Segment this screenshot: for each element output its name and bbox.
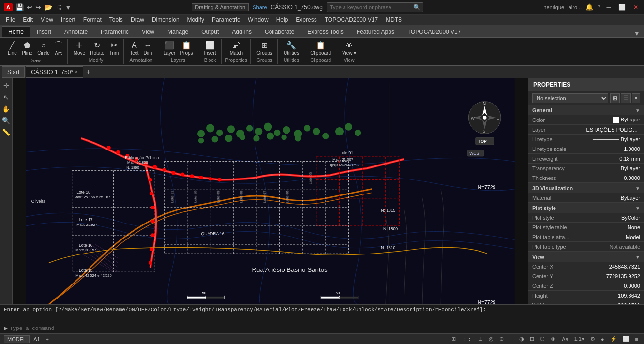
menu-express[interactable]: Express: [292, 15, 320, 24]
layout-a1[interactable]: A1: [33, 336, 40, 342]
menu-help[interactable]: Help: [272, 15, 292, 24]
match-prop-btn[interactable]: 🖌Match: [228, 40, 245, 57]
save-icon[interactable]: 💾: [15, 3, 24, 11]
print-icon[interactable]: 🖨: [55, 3, 62, 11]
menu-insert[interactable]: Insert: [57, 15, 79, 24]
prop-icon-3[interactable]: ×: [632, 93, 640, 103]
utilities-btn[interactable]: 🔧Utilities: [282, 40, 301, 57]
menu-draw[interactable]: Draw: [127, 15, 148, 24]
groups-btn[interactable]: ⊞Groups: [255, 40, 274, 57]
tab-insert[interactable]: Insert: [30, 26, 58, 37]
tab-output[interactable]: Output: [195, 26, 225, 37]
snap-btn[interactable]: ⊞: [449, 335, 458, 343]
notification-icon[interactable]: 🔔: [585, 3, 593, 11]
isolate-btn[interactable]: ●: [599, 335, 606, 343]
tab-parametric[interactable]: Parametric: [94, 26, 135, 37]
close-tab-icon[interactable]: ×: [75, 69, 78, 75]
layer-props-btn[interactable]: 📋Props: [178, 40, 195, 57]
linetype-scale-value: 1.0000: [586, 146, 641, 152]
osnap-btn[interactable]: ⊙: [497, 335, 506, 343]
arc-btn[interactable]: ⌒Arc: [53, 39, 64, 57]
polar-btn[interactable]: ◎: [487, 335, 495, 343]
minimize-btn[interactable]: ─: [604, 4, 613, 11]
3d-section-header[interactable]: 3D Visualization ▼: [528, 183, 644, 193]
menu-mdt8[interactable]: MDT8: [382, 15, 405, 24]
user-account[interactable]: henrique_jairo...: [543, 4, 582, 10]
menu-window[interactable]: Window: [244, 15, 272, 24]
prop-icon-1[interactable]: ⊞: [610, 93, 620, 103]
annotation-scale-btn[interactable]: 1:1▾: [572, 335, 586, 343]
help-icon[interactable]: ?: [597, 3, 600, 11]
command-input[interactable]: [10, 326, 642, 331]
polyline-btn[interactable]: ⬟Pline: [20, 40, 34, 57]
restore-btn[interactable]: ⬜: [616, 4, 628, 11]
tab-topocad[interactable]: TOPOCAD2000 V17: [401, 26, 467, 37]
hardware-accel-btn[interactable]: ⚡: [608, 335, 619, 343]
tab-home[interactable]: Home: [2, 26, 30, 37]
zoom-tool[interactable]: 🔍: [1, 115, 12, 126]
redo-icon[interactable]: ↪: [35, 3, 41, 11]
open-icon[interactable]: 📂: [44, 3, 52, 11]
tab-express-tools[interactable]: Express Tools: [301, 26, 349, 37]
add-layout-btn[interactable]: +: [44, 335, 51, 343]
menu-format[interactable]: Format: [79, 15, 105, 24]
menu-edit[interactable]: Edit: [19, 15, 37, 24]
insert-block-btn[interactable]: ⬜Insert: [202, 40, 218, 57]
general-section-header[interactable]: General ▼: [528, 105, 644, 115]
dim-btn[interactable]: ↔Dim: [142, 40, 154, 57]
undo-icon[interactable]: ↩: [27, 3, 32, 11]
tab-annotate[interactable]: Annotate: [58, 26, 94, 37]
ribbon-expand-icon[interactable]: ▼: [631, 30, 642, 37]
move-btn[interactable]: ✛Move: [72, 40, 87, 57]
tab-collaborate[interactable]: Collaborate: [258, 26, 300, 37]
pan-tool[interactable]: ✋: [1, 104, 12, 114]
add-tab-btn[interactable]: +: [84, 68, 92, 76]
view-btn[interactable]: 👁View ▾: [340, 40, 358, 57]
crosshair-tool[interactable]: ✛: [1, 80, 12, 91]
tab-featured-apps[interactable]: Featured Apps: [350, 26, 401, 37]
select-tool[interactable]: ↖: [1, 92, 12, 103]
tab-view[interactable]: View: [135, 26, 161, 37]
selection-select[interactable]: No selection: [532, 93, 608, 103]
text-btn[interactable]: AText: [128, 40, 140, 57]
doc-tab-active[interactable]: CÁSSIO 1_750* ×: [26, 66, 83, 78]
share-btn[interactable]: Share: [253, 4, 267, 10]
more-icon[interactable]: ▼: [65, 3, 72, 11]
properties-btn[interactable]: ≡: [633, 335, 640, 343]
circle-btn[interactable]: ○Circle: [35, 40, 52, 57]
measure-tool[interactable]: 📏: [1, 127, 12, 137]
menu-topocad[interactable]: TOPOCAD2000 V17: [321, 15, 382, 24]
menu-view[interactable]: View: [37, 15, 57, 24]
plot-section-header[interactable]: Plot style ▼: [528, 203, 644, 213]
trim-btn[interactable]: ✂Trim: [107, 40, 121, 57]
doc-tab-start[interactable]: Start: [2, 66, 25, 78]
menu-file[interactable]: File: [2, 15, 19, 24]
annotation-visibility-btn[interactable]: 👁: [549, 335, 558, 343]
layer-btn[interactable]: ⬛Layer: [161, 40, 177, 57]
tab-manage[interactable]: Manage: [161, 26, 195, 37]
close-btn[interactable]: ✕: [631, 4, 640, 11]
workspace-dropdown[interactable]: Drafting & Annotation: [192, 3, 249, 11]
search-input[interactable]: [327, 2, 423, 12]
selection-cycling-btn[interactable]: ⊡: [528, 335, 536, 343]
grid-btn[interactable]: ⋮⋮: [460, 335, 474, 343]
menu-dimension[interactable]: Dimension: [148, 15, 183, 24]
prop-icon-2[interactable]: ☰: [621, 93, 631, 103]
menu-parametric[interactable]: Parametric: [208, 15, 244, 24]
dynmode-btn[interactable]: ⬡: [538, 335, 547, 343]
tab-addins[interactable]: Add-ins: [225, 26, 258, 37]
clipboard-btn[interactable]: 📋Clipboard: [308, 40, 333, 57]
canvas-area[interactable]: Lote 01 Matr: 21.007 Igreja Ev. ADS em..…: [13, 78, 528, 304]
rotate-btn[interactable]: ↻Rotate: [88, 40, 106, 57]
menu-modify[interactable]: Modify: [183, 15, 208, 24]
lineweight-btn[interactable]: ═: [508, 335, 515, 343]
workspace-settings-btn[interactable]: ⚙: [588, 335, 597, 343]
transparency-status-btn[interactable]: ◑: [517, 335, 526, 343]
clean-screen-btn[interactable]: ⬜: [621, 335, 631, 343]
ortho-btn[interactable]: ⊥: [476, 335, 485, 343]
line-btn[interactable]: ╱Line: [6, 40, 19, 57]
menu-tools[interactable]: Tools: [105, 15, 127, 24]
autoscale-btn[interactable]: Aa: [560, 335, 570, 343]
view-section-header[interactable]: View ▼: [528, 252, 644, 262]
model-label[interactable]: MODEL: [4, 335, 30, 343]
